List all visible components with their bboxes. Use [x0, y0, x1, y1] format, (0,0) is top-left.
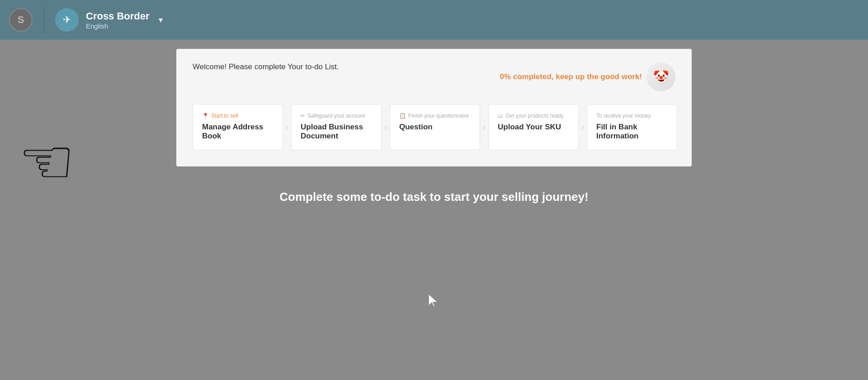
steps-row: 📍 Start to sell Manage Address Book › ✏ …: [193, 104, 675, 150]
mascot-icon: 🤡: [646, 62, 675, 91]
arrow-4: ›: [579, 123, 587, 132]
step-2-title: Upload Business Document: [301, 123, 372, 141]
step-1-title: Manage Address Book: [202, 123, 274, 141]
header: S ✈ Cross Border English ▾: [0, 0, 868, 40]
language-dropdown[interactable]: ▾: [159, 15, 163, 25]
step-5-label: To receive your money: [596, 113, 668, 119]
arrow-1: ›: [283, 123, 291, 132]
todo-header: Welcome! Please complete Your to-do List…: [193, 62, 675, 91]
step-3-title: Question: [399, 123, 471, 132]
cursor-icon: [428, 293, 440, 313]
step-3-label: 📋 Finish your questionnaire: [399, 113, 471, 119]
bottom-text: Complete some to-do task to start your s…: [279, 190, 588, 204]
progress-text: 0% completed, keep up the good work!: [500, 72, 642, 81]
file-icon: 🗂: [498, 113, 503, 119]
language-label: English: [86, 22, 150, 30]
step-start-to-sell[interactable]: 📍 Start to sell Manage Address Book: [193, 104, 283, 150]
brand-title: Cross Border: [86, 10, 150, 22]
pin-icon: 📍: [202, 113, 209, 119]
pencil-icon: ✏: [301, 113, 305, 119]
plane-icon: ✈: [63, 14, 71, 26]
brand-icon: ✈: [55, 8, 79, 32]
arrow-2: ›: [382, 123, 390, 132]
step-questionnaire[interactable]: 📋 Finish your questionnaire Question: [390, 104, 480, 150]
step-2-label: ✏ Safeguard your account: [301, 113, 372, 119]
step-5-title: Fill in Bank Information: [596, 123, 668, 141]
welcome-text: Welcome! Please complete Your to-do List…: [193, 62, 339, 71]
header-text: Cross Border English: [86, 10, 150, 30]
step-products-ready[interactable]: 🗂 Get your products ready Upload Your SK…: [488, 104, 579, 150]
todo-card: Welcome! Please complete Your to-do List…: [176, 49, 692, 166]
step-1-label: 📍 Start to sell: [202, 113, 274, 119]
avatar-letter: S: [18, 14, 24, 26]
hand-cursor-decoration: ☞: [18, 130, 75, 194]
avatar: S: [9, 8, 33, 32]
arrow-3: ›: [480, 123, 488, 132]
step-4-title: Upload Your SKU: [498, 123, 569, 132]
step-bank-info[interactable]: To receive your money Fill in Bank Infor…: [587, 104, 677, 150]
step-safeguard-account[interactable]: ✏ Safeguard your account Upload Business…: [291, 104, 382, 150]
main-content: ☞ Welcome! Please complete Your to-do Li…: [0, 40, 868, 380]
step-4-label: 🗂 Get your products ready: [498, 113, 569, 119]
header-divider: [43, 6, 44, 33]
clipboard-icon: 📋: [399, 113, 406, 119]
